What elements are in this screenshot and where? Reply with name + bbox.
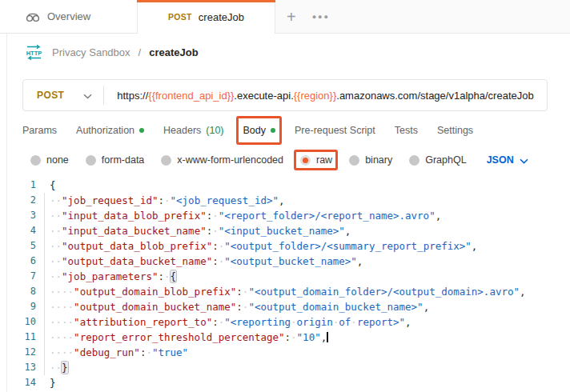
request-tab-params[interactable]: Params bbox=[22, 117, 57, 144]
body-type-none[interactable]: none bbox=[30, 154, 69, 166]
body-type-form-data[interactable]: form-data bbox=[86, 154, 145, 166]
request-tab-settings[interactable]: Settings bbox=[437, 117, 473, 144]
code-line[interactable]: 7··"job_parameters":·{ bbox=[0, 269, 570, 284]
request-tab-pre-request-script[interactable]: Pre-request Script bbox=[295, 117, 375, 144]
code-content: ··"input_data_bucket_name":·"<input_buck… bbox=[36, 223, 351, 238]
line-number: 5 bbox=[0, 238, 36, 254]
radio-icon bbox=[86, 155, 96, 166]
code-content: ··"input_data_blob_prefix":·"<report_fol… bbox=[36, 208, 441, 223]
line-number: 4 bbox=[0, 223, 36, 238]
breadcrumb-request: createJob bbox=[149, 46, 198, 58]
line-number: 1 bbox=[0, 178, 36, 193]
method-dropdown[interactable]: POST bbox=[23, 88, 103, 102]
line-number: 3 bbox=[0, 208, 36, 223]
code-line[interactable]: 13··} bbox=[0, 360, 570, 375]
format-label: JSON bbox=[487, 154, 514, 166]
line-number: 7 bbox=[0, 269, 36, 284]
request-tab-label: Authorization bbox=[76, 125, 134, 136]
method-label: POST bbox=[37, 90, 64, 101]
body-type-label: x-www-form-urlencoded bbox=[177, 154, 283, 166]
code-line[interactable]: 11····"report_error_threshold_percentage… bbox=[0, 330, 570, 345]
code-line[interactable]: 9····"output_domain_bucket_name":·"<outp… bbox=[0, 299, 570, 314]
code-content: ····"debug_run":·"true" bbox=[36, 345, 188, 360]
tab-createjob[interactable]: POST createJob bbox=[138, 0, 275, 34]
radio-icon bbox=[349, 155, 359, 166]
svg-text:HTTP: HTTP bbox=[26, 49, 42, 56]
code-content: ··"job_parameters":·{ bbox=[36, 269, 176, 284]
code-line[interactable]: 8····"output_domain_blob_prefix":·"<outp… bbox=[0, 284, 570, 299]
code-content: { bbox=[36, 178, 56, 193]
new-tab-button[interactable]: + bbox=[287, 9, 296, 25]
url-variable: {{frontend_api_id}} bbox=[148, 90, 234, 102]
line-number: 2 bbox=[0, 193, 36, 208]
code-line[interactable]: 14} bbox=[0, 375, 570, 390]
url-divider bbox=[103, 86, 104, 105]
request-tabs: ParamsAuthorizationHeaders(10)BodyPre-re… bbox=[22, 117, 570, 144]
code-line[interactable]: 12····"debug_run":·"true" bbox=[0, 345, 570, 360]
code-content: ····"report_error_threshold_percentage":… bbox=[36, 330, 328, 345]
code-content: ··} bbox=[36, 360, 68, 375]
chevron-down-icon bbox=[83, 88, 92, 102]
format-dropdown[interactable]: JSON bbox=[487, 153, 528, 167]
body-type-x-www-form-urlencoded[interactable]: x-www-form-urlencoded bbox=[161, 154, 283, 166]
headers-count-badge: (10) bbox=[206, 125, 223, 136]
tabbar-actions: + ●●● bbox=[275, 0, 570, 34]
code-line[interactable]: 6··"output_data_bucket_name":·"<output_b… bbox=[0, 254, 570, 269]
code-content: ··"output_data_bucket_name":·"<output_bu… bbox=[36, 254, 363, 269]
request-tab-label: Tests bbox=[395, 125, 418, 136]
request-tab-label: Settings bbox=[437, 125, 473, 136]
line-number: 13 bbox=[0, 360, 36, 375]
body-type-binary[interactable]: binary bbox=[349, 154, 392, 166]
breadcrumb-separator: / bbox=[138, 46, 142, 58]
code-content: } bbox=[36, 375, 56, 390]
code-line[interactable]: 1{ bbox=[0, 178, 570, 193]
code-content: ··"output_data_blob_prefix":·"<output_fo… bbox=[36, 238, 477, 254]
code-content: ··"job_request_id":·"<job_request_id>", bbox=[36, 193, 285, 208]
request-tab-authorization[interactable]: Authorization bbox=[76, 117, 144, 144]
code-line[interactable]: 2··"job_request_id":·"<job_request_id>", bbox=[0, 193, 570, 208]
chevron-down-icon bbox=[520, 153, 528, 167]
url-input[interactable]: https://{{frontend_api_id}}.execute-api.… bbox=[117, 90, 533, 102]
request-tab-label: Body bbox=[243, 125, 267, 136]
body-editor[interactable]: 1{2··"job_request_id":·"<job_request_id>… bbox=[0, 174, 570, 392]
body-type-graphql[interactable]: GraphQL bbox=[409, 154, 466, 166]
request-tab-label: Headers bbox=[163, 125, 201, 136]
line-number: 14 bbox=[0, 375, 36, 390]
code-line[interactable]: 5··"output_data_blob_prefix":·"<output_f… bbox=[0, 238, 570, 254]
code-content: ····"output_domain_blob_prefix":·"<outpu… bbox=[36, 284, 526, 299]
code-line[interactable]: 4··"input_data_bucket_name":·"<input_buc… bbox=[0, 223, 570, 238]
http-icon: HTTP bbox=[24, 44, 44, 61]
body-type-label: form-data bbox=[102, 154, 145, 166]
green-status-dot bbox=[271, 128, 275, 133]
url-segment: https:// bbox=[117, 90, 148, 102]
tab-options-button[interactable]: ●●● bbox=[312, 13, 330, 21]
workspace-tabbar: Overview POST createJob + ●●● bbox=[0, 0, 570, 34]
line-number: 9 bbox=[0, 299, 36, 314]
postman-window: Overview POST createJob + ●●● HTTP Priva… bbox=[0, 0, 570, 392]
request-tab-label: Params bbox=[22, 125, 57, 136]
url-segment: .amazonaws.com/stage/v1alpha/createJob bbox=[336, 90, 533, 102]
line-number: 11 bbox=[0, 330, 36, 345]
breadcrumb-collection[interactable]: Privacy Sandbox bbox=[52, 46, 130, 58]
code-content: ····"attribution_report_to":·"<reporting… bbox=[36, 314, 411, 330]
request-tab-body[interactable]: Body bbox=[243, 117, 276, 144]
line-number: 10 bbox=[0, 314, 36, 330]
tab-overview[interactable]: Overview bbox=[0, 0, 138, 34]
request-tab-headers[interactable]: Headers(10) bbox=[163, 117, 223, 144]
radio-icon bbox=[300, 155, 311, 166]
tab-createjob-label: createJob bbox=[199, 11, 244, 23]
code-line[interactable]: 3··"input_data_blob_prefix":·"<report_fo… bbox=[0, 208, 570, 223]
url-variable: {{region}} bbox=[294, 90, 337, 102]
line-number: 8 bbox=[0, 284, 36, 299]
breadcrumb: HTTP Privacy Sandbox / createJob bbox=[24, 37, 199, 67]
radio-icon bbox=[30, 155, 41, 166]
request-tab-label: Pre-request Script bbox=[295, 125, 375, 136]
request-tab-tests[interactable]: Tests bbox=[395, 117, 418, 144]
radio-icon bbox=[161, 155, 171, 166]
body-type-label: binary bbox=[365, 154, 392, 166]
body-type-raw[interactable]: raw bbox=[300, 154, 332, 166]
tab-overview-label: Overview bbox=[47, 10, 90, 22]
body-type-row: noneform-datax-www-form-urlencodedrawbin… bbox=[30, 149, 570, 171]
code-line[interactable]: 10····"attribution_report_to":·"<reporti… bbox=[0, 314, 570, 330]
code-content: ····"output_domain_bucket_name":·"<outpu… bbox=[36, 299, 429, 314]
